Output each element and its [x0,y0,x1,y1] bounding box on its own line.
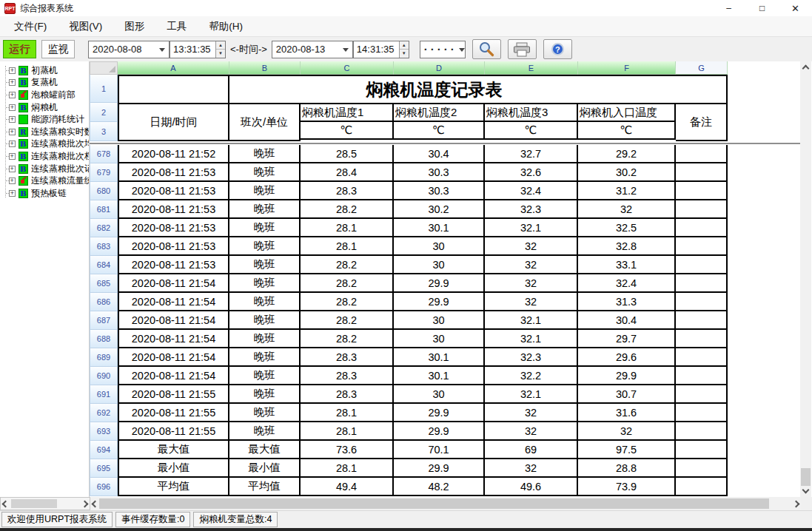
cell-temp2[interactable]: 30 [394,256,485,274]
cell-datetime[interactable]: 2020-08-11 21:53 [118,200,229,219]
cell-temp1[interactable]: 28.1 [301,219,394,237]
tree-item[interactable]: + B 焖粮机 [0,101,89,114]
cell-shift[interactable]: 晚班 [229,330,301,348]
end-time-spinner[interactable]: 14:31:35 ▲ ▼ [353,41,409,58]
cell-inlet[interactable]: 97.5 [578,441,676,459]
cell-temp1[interactable]: 28.1 [301,459,394,478]
cell-shift[interactable]: 晚班 [229,145,301,163]
zoom-button[interactable] [472,39,501,59]
tree-expand-icon[interactable]: + [9,141,16,147]
cell-inlet[interactable]: 32 [578,422,676,441]
cell-shift[interactable]: 晚班 [229,422,301,441]
cell-remark[interactable] [676,385,728,404]
menu-item[interactable]: 文件(F) [3,16,58,36]
cell-shift[interactable]: 晚班 [229,182,301,200]
cell-temp3[interactable]: 32.2 [485,367,578,385]
cell-inlet[interactable]: 30.4 [578,311,676,330]
cell-shift[interactable]: 晚班 [229,256,301,274]
spin-down-icon[interactable]: ▼ [400,50,409,58]
cell-temp2[interactable]: 30 [394,311,485,330]
cell-inlet[interactable]: 31.2 [578,182,676,200]
help-button[interactable]: ? [543,39,572,59]
cell-temp1[interactable]: 28.3 [301,367,394,385]
cell-temp3[interactable]: 32 [485,237,578,256]
cell-temp3[interactable]: 32 [485,459,578,478]
row-number[interactable]: 685 [90,274,118,293]
cell-remark[interactable] [676,367,728,385]
cell-temp3[interactable]: 69 [485,441,578,459]
cell-temp3[interactable]: 32 [485,256,578,274]
cell-remark[interactable] [676,348,728,367]
header-temp3-cell[interactable]: 焖粮机温度3 [485,103,578,122]
row-number[interactable]: 684 [90,256,118,274]
row-number[interactable]: 692 [90,404,118,422]
unit-cell[interactable]: ℃ [394,122,485,140]
tree-item[interactable]: + B 连续蒸粮批次均 [0,138,89,151]
cell-shift[interactable]: 最大值 [229,441,301,459]
cell-inlet[interactable]: 28.8 [578,459,676,478]
column-header[interactable]: B [229,61,301,75]
cell-remark[interactable] [676,145,728,163]
row-number[interactable]: 2 [90,103,118,122]
cell-remark[interactable] [676,182,728,200]
cell-temp3[interactable]: 32.3 [485,200,578,219]
cell-temp2[interactable]: 30.1 [394,348,485,367]
column-header[interactable]: A [118,61,229,75]
sidebar-scroll-thumb[interactable] [11,499,57,508]
cell-temp2[interactable]: 30.4 [394,145,485,163]
scroll-down-arrow[interactable] [800,485,811,497]
cell-shift[interactable]: 晚班 [229,163,301,182]
chevron-left-icon[interactable] [2,500,10,507]
row-number[interactable]: 689 [90,348,118,367]
tree-item[interactable]: + 泡粮罐前部 [0,89,89,101]
unit-cell[interactable]: ℃ [485,122,578,140]
row-number[interactable]: 690 [90,367,118,385]
cell-shift[interactable]: 平均值 [229,478,301,496]
tree-expand-icon[interactable]: + [9,92,16,98]
tree-item[interactable]: + B 预热板链 [0,187,89,200]
row-number[interactable]: 3 [90,122,118,141]
cell-temp3[interactable]: 32.1 [485,330,578,348]
cell-remark[interactable] [676,274,728,293]
menu-item[interactable]: 帮助(H) [198,16,254,36]
cell-temp3[interactable]: 32 [485,404,578,422]
cell-temp3[interactable]: 32.7 [485,145,578,163]
print-button[interactable] [508,39,537,59]
cell-temp2[interactable]: 29.9 [394,422,485,441]
header-temp2-cell[interactable]: 焖粮机温度2 [394,103,485,122]
scroll-up-arrow[interactable] [800,61,811,73]
cell-shift[interactable]: 晚班 [229,274,301,293]
cell-inlet[interactable]: 33.1 [578,256,676,274]
cell-datetime[interactable]: 2020-08-11 21:55 [118,385,229,404]
tree-expand-icon[interactable]: + [9,166,16,172]
menu-item[interactable]: 视图(V) [58,16,113,36]
cell-inlet[interactable]: 31.6 [578,404,676,422]
spin-up-icon[interactable]: ▲ [216,41,225,50]
chevron-right-icon[interactable] [81,500,89,507]
sidebar-horizontal-scrollbar[interactable] [0,497,90,510]
cell-remark[interactable] [676,163,728,182]
tree-expand-icon[interactable]: + [9,177,16,184]
header-temp1-cell[interactable]: 焖粮机温度1 [301,103,394,122]
cell-datetime[interactable]: 最小值 [118,459,229,478]
row-number[interactable]: 683 [90,237,118,256]
cell-temp2[interactable]: 30.2 [394,200,485,219]
row-number[interactable]: 678 [90,145,118,163]
cell-shift[interactable]: 最小值 [229,459,301,478]
cell-temp3[interactable]: 32.6 [485,163,578,182]
header-inlet-cell[interactable]: 焖粮机入口温度 [578,103,676,122]
start-date-combobox[interactable]: 2020-08-08 [88,41,170,58]
cell-temp3[interactable]: 49.6 [485,478,578,496]
cell-datetime[interactable]: 2020-08-11 21:54 [118,330,229,348]
cell-temp1[interactable]: 28.1 [301,422,394,441]
cell-temp2[interactable]: 29.9 [394,293,485,311]
spin-up-icon[interactable]: ▲ [400,41,409,50]
cell-inlet[interactable]: 29.7 [578,330,676,348]
cell-remark[interactable] [676,219,728,237]
cell-inlet[interactable]: 32.8 [578,237,676,256]
cell-datetime[interactable]: 2020-08-11 21:53 [118,182,229,200]
vertical-scrollbar[interactable] [800,61,811,497]
cell-temp1[interactable]: 28.5 [301,145,394,163]
cell-temp3[interactable]: 32 [485,293,578,311]
cell-remark[interactable] [676,441,728,459]
